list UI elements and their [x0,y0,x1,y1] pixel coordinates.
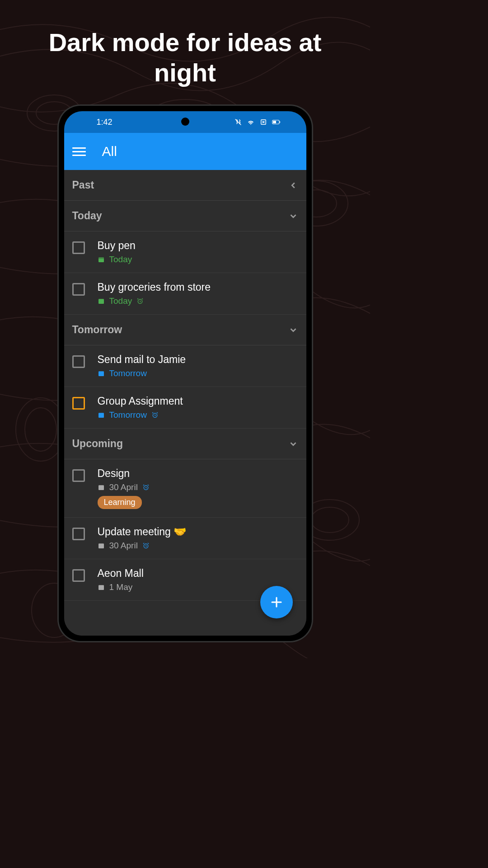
calendar-icon [98,297,105,305]
section-today[interactable]: Today [64,201,306,231]
task-checkbox-priority[interactable] [72,397,85,410]
task-meta: 30 April [98,482,298,492]
task-date: Tomorrow [109,410,147,420]
section-label: Tomorrow [72,324,122,336]
menu-button[interactable] [72,145,86,158]
chevron-left-icon [288,180,298,190]
app-title: All [102,144,117,159]
svg-rect-22 [99,486,104,491]
wifi-icon [247,118,255,126]
task-meta: Today [98,255,298,264]
calendar-icon [98,584,105,591]
svg-rect-16 [99,258,104,259]
task-title: Buy groceries from store [98,281,298,293]
calendar-icon [98,411,105,419]
task-item[interactable]: Group Assignment Tomorrow [64,387,306,429]
alarm-icon [151,411,159,419]
task-checkbox[interactable] [72,355,85,368]
task-meta: Tomorrow [98,410,298,420]
svg-rect-24 [99,544,104,549]
phone-screen: 1:42 All Past Today [64,111,306,636]
section-label: Past [72,179,94,191]
add-task-button[interactable] [260,586,293,618]
svg-rect-14 [279,121,280,123]
task-tag[interactable]: Learning [98,496,142,509]
task-title: Buy pen [98,240,298,252]
task-meta: Tomorrow [98,368,298,378]
alarm-icon [142,484,150,491]
svg-rect-13 [273,121,276,124]
task-date: 30 April [109,541,138,551]
svg-rect-20 [99,413,104,418]
camera-notch [181,118,189,126]
task-title: Design [98,467,298,480]
task-meta: 30 April [98,541,298,551]
svg-rect-19 [99,372,104,377]
chevron-down-icon [288,211,298,221]
section-label: Upcoming [72,438,123,450]
task-title: Aeon Mall [98,567,298,580]
task-date: 1 May [109,582,133,592]
task-list[interactable]: Past Today Buy pen Today [64,170,306,636]
plus-icon [270,595,283,609]
section-past[interactable]: Past [64,170,306,201]
task-title: Group Assignment [98,395,298,407]
vibrate-off-icon [234,118,242,126]
alarm-icon [136,297,144,305]
calendar-icon [98,484,105,491]
svg-rect-17 [99,299,104,304]
task-item[interactable]: Buy groceries from store Today [64,273,306,315]
task-item[interactable]: Update meeting 🤝 30 April [64,518,306,559]
app-bar: All [64,133,306,170]
task-checkbox[interactable] [72,283,85,296]
status-icons [234,118,280,126]
section-label: Today [72,210,102,222]
task-checkbox[interactable] [72,241,85,254]
section-upcoming[interactable]: Upcoming [64,429,306,459]
section-tomorrow[interactable]: Tomorrow [64,315,306,345]
chevron-down-icon [288,439,298,449]
calendar-icon [98,256,105,263]
task-title: Update meeting 🤝 [98,526,298,538]
task-item[interactable]: Buy pen Today [64,231,306,273]
svg-rect-26 [99,585,104,590]
task-meta: Today [98,296,298,306]
chevron-down-icon [288,325,298,335]
task-date: Today [109,255,132,264]
task-date: Today [109,296,132,306]
calendar-icon [98,542,105,549]
task-item[interactable]: Send mail to Jamie Tomorrow [64,345,306,387]
rotation-lock-icon [259,118,267,126]
status-time: 1:42 [97,118,113,127]
task-title: Send mail to Jamie [98,354,298,366]
task-date: 30 April [109,482,138,492]
task-checkbox[interactable] [72,469,85,482]
task-checkbox[interactable] [72,528,85,540]
phone-frame: 1:42 All Past Today [59,106,312,641]
task-date: Tomorrow [109,368,147,378]
alarm-icon [142,542,150,549]
battery-icon [272,118,280,126]
promo-headline: Dark mode for ideas at night [0,0,370,106]
calendar-icon [98,370,105,377]
task-checkbox[interactable] [72,569,85,582]
task-item[interactable]: Design 30 April Learning [64,459,306,518]
